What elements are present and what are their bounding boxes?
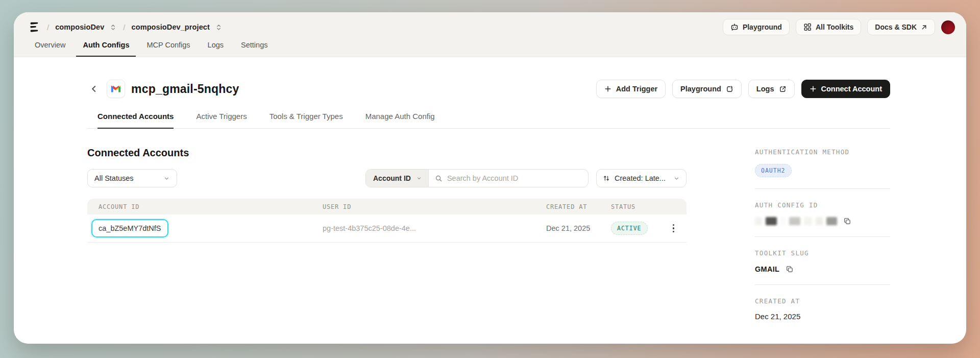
- breadcrumb-separator: /: [47, 23, 49, 32]
- breadcrumb-separator: /: [123, 23, 125, 32]
- divider: [755, 236, 890, 237]
- org-switcher-icon[interactable]: [109, 23, 117, 31]
- created-at-value: Dec 21, 2025: [755, 312, 890, 321]
- connected-accounts-table: ACCOUNT ID USER ID CREATED AT STATUS ca_…: [87, 199, 687, 243]
- grid-icon: [803, 23, 812, 31]
- copy-icon[interactable]: [843, 217, 851, 225]
- auth-method-badge: OAUTH2: [755, 164, 792, 177]
- logs-button[interactable]: Logs: [748, 80, 795, 98]
- created-at-cell: Dec 21, 2025: [535, 224, 600, 232]
- column-user-id: USER ID: [311, 203, 535, 210]
- add-trigger-label: Add Trigger: [616, 85, 657, 93]
- tab-manage-auth-config[interactable]: Manage Auth Config: [365, 112, 435, 129]
- bot-icon: [730, 23, 739, 31]
- page-title: mcp_gmail-5nqhcy: [131, 82, 239, 96]
- playground-label: Playground: [680, 85, 721, 93]
- tab-label: Logs: [208, 41, 224, 49]
- tab-label: Settings: [241, 41, 267, 49]
- app-header: / composioDev / composioDev_project Play…: [14, 12, 966, 57]
- status-badge: ACTIVE: [611, 222, 648, 235]
- chevron-down-icon: [416, 175, 422, 181]
- divider: [755, 188, 890, 189]
- filters-row: All Statuses Account ID: [87, 169, 687, 187]
- divider: [755, 284, 890, 285]
- table-row[interactable]: ca_bZ5eMY7dtNfS pg-test-4b375c25-08de-4e…: [87, 214, 687, 243]
- breadcrumb-project[interactable]: composioDev_project: [132, 23, 210, 31]
- connected-accounts-panel: Connected Accounts All Statuses Account …: [87, 147, 687, 321]
- connect-account-button[interactable]: Connect Account: [801, 80, 891, 98]
- plus-icon: [810, 85, 817, 92]
- search-input[interactable]: [447, 174, 582, 182]
- auth-config-id-redacted: [755, 217, 837, 225]
- docs-sdk-button[interactable]: Docs & SDK: [867, 19, 935, 35]
- header-actions: Playground All Toolkits Docs & SDK: [723, 19, 955, 35]
- auth-config-summary: AUTHENTICATION METHOD OAUTH2 AUTH CONFIG…: [755, 147, 890, 321]
- tab-mcp-configs[interactable]: MCP Configs: [140, 38, 197, 57]
- sort-select[interactable]: Created: Late...: [596, 169, 687, 187]
- auth-method-label: AUTHENTICATION METHOD: [755, 148, 890, 156]
- tab-settings[interactable]: Settings: [234, 38, 274, 57]
- status-cell: ACTIVE: [600, 222, 658, 235]
- account-id-cell[interactable]: ca_bZ5eMY7dtNfS: [87, 219, 311, 237]
- app-window: / composioDev / composioDev_project Play…: [14, 12, 966, 344]
- docs-sdk-label: Docs & SDK: [875, 23, 917, 31]
- toolkit-slug-label: TOOLKIT SLUG: [755, 249, 890, 257]
- playground-nav-button[interactable]: Playground: [723, 19, 790, 35]
- tab-active-triggers[interactable]: Active Triggers: [196, 112, 247, 129]
- composio-logo-icon[interactable]: [27, 20, 41, 34]
- tab-overview[interactable]: Overview: [28, 38, 72, 57]
- external-link-icon: [779, 85, 787, 93]
- tab-connected-accounts[interactable]: Connected Accounts: [97, 112, 174, 129]
- search-field-select[interactable]: Account ID: [366, 170, 429, 187]
- sort-arrows-icon: [603, 175, 610, 182]
- tab-label: Auth Configs: [83, 41, 129, 49]
- auth-config-actions: Add Trigger Playground Logs: [596, 80, 890, 98]
- gmail-toolkit-icon: [107, 80, 125, 98]
- tab-label: Overview: [35, 41, 65, 49]
- arrow-up-right-icon: [921, 24, 927, 31]
- project-nav-tabs: Overview Auth Configs MCP Configs Logs S…: [27, 38, 955, 57]
- user-id-cell: pg-test-4b375c25-08de-4e...: [311, 224, 535, 232]
- connect-account-label: Connect Account: [821, 85, 883, 93]
- column-created-at: CREATED AT: [535, 203, 600, 210]
- toolkit-slug-value: GMAIL: [755, 265, 779, 273]
- page-content: mcp_gmail-5nqhcy Add Trigger Playground …: [14, 80, 966, 321]
- search-input-wrap: [429, 170, 588, 187]
- kebab-menu-icon[interactable]: [671, 222, 677, 235]
- row-actions-cell: [658, 222, 687, 235]
- chevron-down-icon: [163, 175, 170, 182]
- section-heading: Connected Accounts: [87, 147, 687, 159]
- status-filter-value: All Statuses: [94, 174, 134, 182]
- chevron-down-icon: [673, 175, 680, 182]
- tab-tools-trigger-types[interactable]: Tools & Trigger Types: [270, 112, 343, 129]
- tab-logs[interactable]: Logs: [201, 38, 230, 57]
- created-at-label: CREATED AT: [755, 297, 890, 305]
- playground-button[interactable]: Playground: [672, 80, 742, 98]
- click-highlight[interactable]: ca_bZ5eMY7dtNfS: [91, 219, 168, 237]
- tab-label: MCP Configs: [146, 41, 190, 49]
- playground-nav-label: Playground: [743, 23, 782, 31]
- project-switcher-icon[interactable]: [215, 23, 223, 31]
- table-header: ACCOUNT ID USER ID CREATED AT STATUS: [87, 199, 687, 214]
- column-account-id: ACCOUNT ID: [87, 203, 311, 210]
- copy-icon[interactable]: [786, 265, 794, 273]
- status-filter-select[interactable]: All Statuses: [87, 169, 177, 187]
- logs-label: Logs: [756, 85, 774, 93]
- breadcrumb-org[interactable]: composioDev: [55, 23, 104, 31]
- search-field-value: Account ID: [373, 174, 411, 182]
- auth-config-id-label: AUTH CONFIG ID: [755, 201, 890, 209]
- plus-icon: [604, 85, 611, 92]
- all-toolkits-label: All Toolkits: [816, 23, 853, 31]
- search-icon: [435, 175, 443, 182]
- search-group: Account ID: [365, 169, 589, 187]
- back-button[interactable]: [87, 82, 101, 96]
- sort-value: Created: Late...: [615, 174, 666, 182]
- user-avatar[interactable]: [941, 20, 955, 34]
- auth-config-title-row: mcp_gmail-5nqhcy Add Trigger Playground …: [87, 80, 890, 98]
- all-toolkits-button[interactable]: All Toolkits: [796, 19, 861, 35]
- tab-auth-configs[interactable]: Auth Configs: [76, 38, 136, 57]
- playground-box-icon: [726, 85, 733, 93]
- add-trigger-button[interactable]: Add Trigger: [596, 80, 666, 98]
- breadcrumb: / composioDev / composioDev_project Play…: [27, 12, 955, 38]
- auth-config-detail-tabs: Connected Accounts Active Triggers Tools…: [87, 112, 890, 129]
